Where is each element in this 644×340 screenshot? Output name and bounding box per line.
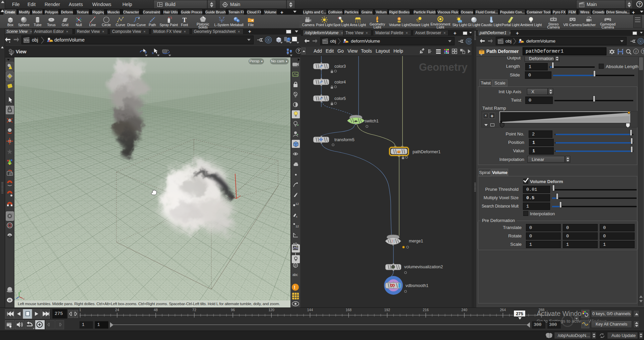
svg-text:96: 96 bbox=[231, 308, 235, 312]
svg-text:vdbsmooth1: vdbsmooth1 bbox=[406, 283, 428, 288]
svg-text:120: 120 bbox=[268, 308, 274, 312]
svg-text:switch1: switch1 bbox=[365, 119, 379, 123]
svg-text:4: 4 bbox=[296, 215, 298, 218]
svg-text:12: 12 bbox=[296, 225, 299, 228]
svg-text:240: 240 bbox=[462, 308, 468, 312]
svg-text:72: 72 bbox=[192, 308, 196, 312]
svg-text:24: 24 bbox=[115, 308, 119, 312]
svg-text:pathDeformer1: pathDeformer1 bbox=[413, 150, 440, 154]
svg-text:z: z bbox=[14, 298, 15, 300]
svg-text:color3: color3 bbox=[334, 64, 346, 69]
svg-text:volumevisualization2: volumevisualization2 bbox=[404, 265, 443, 269]
svg-text:12: 12 bbox=[296, 202, 299, 206]
svg-text:T: T bbox=[182, 16, 187, 23]
svg-text:216: 216 bbox=[423, 308, 429, 312]
svg-text:264: 264 bbox=[500, 308, 506, 312]
svg-text:y: y bbox=[20, 289, 21, 292]
svg-text:color5: color5 bbox=[334, 96, 346, 101]
svg-text:abc: abc bbox=[292, 273, 298, 277]
svg-text:168: 168 bbox=[346, 308, 352, 312]
svg-text:x: x bbox=[23, 297, 24, 300]
svg-text:144: 144 bbox=[307, 308, 313, 312]
svg-text:192: 192 bbox=[384, 308, 390, 312]
svg-text:48: 48 bbox=[154, 308, 158, 312]
svg-text:merge1: merge1 bbox=[409, 239, 423, 243]
svg-text:transform5: transform5 bbox=[334, 137, 355, 142]
svg-text:1: 1 bbox=[79, 308, 81, 312]
svg-text:Geometry: Geometry bbox=[419, 61, 468, 73]
svg-text:color4: color4 bbox=[334, 80, 346, 84]
